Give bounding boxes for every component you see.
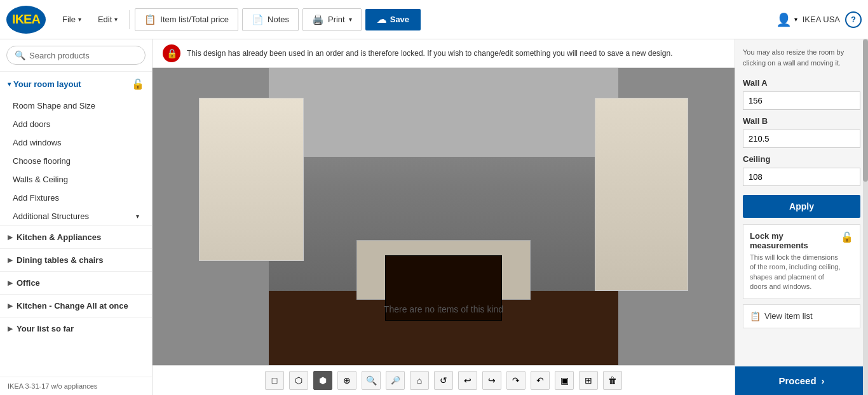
cabinet-right xyxy=(595,98,688,291)
grid-button[interactable]: ⊞ xyxy=(579,371,598,390)
lock-measurements-section: Lock my measurements This will lock the … xyxy=(743,224,860,299)
lock-measurements-title: Lock my measurements xyxy=(750,231,841,250)
sidebar-item-add-windows[interactable]: Add windows xyxy=(0,133,152,152)
scroll-track xyxy=(863,39,868,395)
perspective-tool-button[interactable]: ⬢ xyxy=(313,371,332,390)
sidebar-item-add-fixtures[interactable]: Add Fixtures xyxy=(0,189,152,207)
room-shape-label: Room Shape and Size xyxy=(13,101,95,110)
apply-label: Apply xyxy=(789,201,814,211)
view-item-list-icon: 📋 xyxy=(750,311,761,321)
walls-ceiling-label: Walls & Ceiling xyxy=(13,175,68,184)
room-layout-header[interactable]: ▾ Your room layout 🔓 xyxy=(0,72,152,97)
zoom-fit-button[interactable]: ⊕ xyxy=(337,371,356,390)
lock-banner: 🔒 This design has already been used in a… xyxy=(153,39,735,68)
edit-label: Edit xyxy=(98,15,112,24)
save-button[interactable]: ☁ Save xyxy=(365,9,421,30)
apply-button[interactable]: Apply xyxy=(743,195,860,218)
orbit-button[interactable]: ↺ xyxy=(434,371,453,390)
item-list-button[interactable]: 📋 Item list/Total price xyxy=(135,8,238,31)
edit-menu-button[interactable]: Edit ▾ xyxy=(92,11,124,28)
sidebar-item-office[interactable]: ▶ Office xyxy=(0,271,152,294)
office-chevron-icon: ▶ xyxy=(8,279,13,286)
room-layout-label: Your room layout xyxy=(13,79,81,89)
sidebar-content: ▾ Your room layout 🔓 Room Shape and Size… xyxy=(0,72,152,377)
print-button[interactable]: 🖨️ Print ▾ xyxy=(302,8,362,31)
lock-measurements-icon: 🔓 xyxy=(841,231,853,243)
rectangle-tool-button[interactable]: □ xyxy=(265,371,284,390)
sidebar-item-your-list[interactable]: ▶ Your list so far xyxy=(0,317,152,340)
sidebar-item-room-shape[interactable]: Room Shape and Size xyxy=(0,97,152,115)
rotate-ccw-button[interactable]: ↶ xyxy=(531,371,550,390)
copy-button[interactable]: ▣ xyxy=(555,371,574,390)
proceed-arrow-icon: › xyxy=(822,375,825,386)
print-icon: 🖨️ xyxy=(312,14,324,25)
proceed-button[interactable]: Proceed › xyxy=(735,366,868,395)
item-list-icon: 📋 xyxy=(144,14,156,25)
ceiling-input[interactable] xyxy=(743,168,860,186)
rotate-view-button[interactable]: ⬡ xyxy=(289,371,308,390)
notes-icon: 📄 xyxy=(252,14,264,25)
right-panel-scroll: You may also resize the room by clicking… xyxy=(735,39,868,366)
user-icon: 👤 xyxy=(776,12,792,27)
print-label: Print xyxy=(328,15,345,24)
room-sub-items: Room Shape and Size Add doors Add window… xyxy=(0,97,152,225)
sidebar-item-kitchen-change[interactable]: ▶ Kitchen - Change All at once xyxy=(0,294,152,317)
home-button[interactable]: ⌂ xyxy=(410,371,429,390)
search-input[interactable] xyxy=(29,51,137,60)
save-label: Save xyxy=(390,15,409,24)
additional-structures-label: Additional Structures xyxy=(13,211,89,221)
lock-banner-text: This design has already been used in an … xyxy=(187,48,672,59)
sidebar-item-dining-tables[interactable]: ▶ Dining tables & chairs xyxy=(0,248,152,271)
delete-button[interactable]: 🗑 xyxy=(603,371,622,390)
sidebar-item-choose-flooring[interactable]: Choose flooring xyxy=(0,152,152,170)
search-bar: 🔍 xyxy=(0,39,152,72)
edit-chevron-icon: ▾ xyxy=(114,16,118,23)
header-right: 👤 ▾ IKEA USA ? xyxy=(776,11,862,28)
sidebar-item-kitchen-appliances[interactable]: ▶ Kitchen & Appliances xyxy=(0,225,152,248)
kitchen-change-chevron-icon: ▶ xyxy=(8,302,13,309)
room-layout-chevron-icon: ▾ xyxy=(8,81,11,88)
sidebar-bottom: IKEA 3-31-17 w/o appliances xyxy=(0,377,152,395)
zoom-out-button[interactable]: 🔎 xyxy=(386,371,405,390)
sidebar-bottom-label: IKEA 3-31-17 w/o appliances xyxy=(8,382,97,390)
your-list-chevron-icon: ▶ xyxy=(8,325,13,332)
lock-measurements-desc: This will lock the dimensions of the roo… xyxy=(750,253,841,292)
ikea-usa-label: IKEA USA xyxy=(803,15,840,24)
lock-symbol-icon: 🔒 xyxy=(166,48,177,58)
header: IKEA File ▾ Edit ▾ 📋 Item list/Total pri… xyxy=(0,0,868,39)
search-icon: 🔍 xyxy=(15,50,25,60)
scroll-thumb[interactable] xyxy=(863,39,868,182)
sidebar-item-add-doors[interactable]: Add doors xyxy=(0,115,152,133)
file-label: File xyxy=(62,15,76,24)
user-account-button[interactable]: 👤 ▾ xyxy=(776,12,797,27)
view-item-list-label: View item list xyxy=(764,311,813,321)
wall-a-input[interactable] xyxy=(743,91,860,110)
zoom-in-button[interactable]: 🔍 xyxy=(362,371,381,390)
item-list-label: Item list/Total price xyxy=(160,15,229,24)
right-panel: You may also resize the room by clicking… xyxy=(735,39,868,395)
cabinet-left xyxy=(199,98,304,261)
add-windows-label: Add windows xyxy=(13,138,62,147)
help-button[interactable]: ? xyxy=(845,11,862,28)
redo-button[interactable]: ↪ xyxy=(482,371,501,390)
main-area: 🔍 ▾ Your room layout 🔓 Room Shape and Si… xyxy=(0,39,868,395)
kitchen-chevron-icon: ▶ xyxy=(8,234,13,241)
sidebar-item-additional-structures[interactable]: Additional Structures ▾ xyxy=(0,207,152,225)
undo-button[interactable]: ↩ xyxy=(458,371,477,390)
dining-chevron-icon: ▶ xyxy=(8,257,13,264)
canvas-area[interactable]: There are no items of this kind xyxy=(153,68,735,365)
print-chevron-icon: ▾ xyxy=(349,16,352,23)
search-input-wrapper[interactable]: 🔍 xyxy=(6,46,146,65)
your-list-label: Your list so far xyxy=(17,324,74,333)
kitchen-change-label: Kitchen - Change All at once xyxy=(17,301,128,311)
rotate-cw-button[interactable]: ↷ xyxy=(506,371,526,390)
notes-button[interactable]: 📄 Notes xyxy=(242,8,299,31)
proceed-label: Proceed xyxy=(778,375,816,386)
view-item-list-button[interactable]: 📋 View item list xyxy=(743,304,860,328)
lock-red-icon: 🔒 xyxy=(163,44,180,62)
sidebar-item-walls-ceiling[interactable]: Walls & Ceiling xyxy=(0,170,152,189)
view-toolbar: □ ⬡ ⬢ ⊕ 🔍 🔎 ⌂ ↺ ↩ ↪ ↷ ↶ ▣ ⊞ 🗑 xyxy=(153,365,735,395)
wall-b-input[interactable] xyxy=(743,130,860,148)
ceiling-label: Ceiling xyxy=(743,154,860,164)
file-menu-button[interactable]: File ▾ xyxy=(56,11,88,28)
